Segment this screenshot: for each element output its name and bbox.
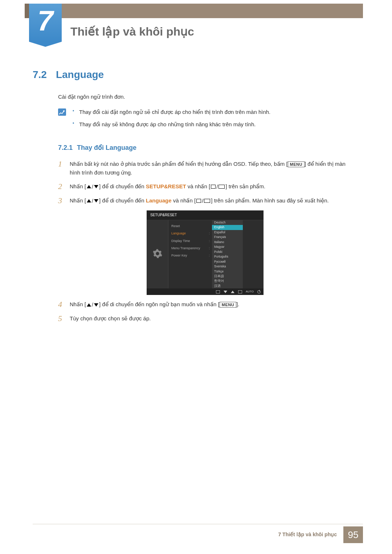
osd-left-menu: Reset Language: Display Time: Menu Trans… bbox=[168, 220, 212, 289]
text: Nhấn bất kỳ nút nào ở phía trước sản phẩ… bbox=[70, 161, 288, 167]
chapter-header: 7 Thiết lập và khôi phục bbox=[29, 4, 194, 42]
osd-window: SETUP&RESET Reset Language: Display Time… bbox=[147, 210, 264, 295]
left-arrow-icon bbox=[216, 290, 220, 294]
content-body: Cài đặt ngôn ngữ trình đơn. Thay đổi cài… bbox=[58, 93, 352, 328]
step-number: 3 bbox=[58, 197, 70, 205]
step-text: Nhấn [/] để di chuyển đến SETUP&RESET và… bbox=[70, 182, 352, 191]
osd-menu-item: Display Time: bbox=[171, 237, 212, 245]
footer-divider bbox=[33, 524, 363, 524]
subsection-heading: 7.2.1Thay đổi Language bbox=[58, 143, 352, 153]
svg-point-0 bbox=[63, 110, 65, 112]
step-number: 2 bbox=[58, 182, 70, 190]
steps-list-cont: 4 Nhấn [/] để di chuyển đến ngôn ngữ bạn… bbox=[58, 300, 352, 323]
text: ] trên sản phẩm. Màn hình sau đây sẽ xuấ… bbox=[211, 197, 328, 204]
text: ]. bbox=[236, 301, 239, 307]
osd-lang-item: Français bbox=[212, 235, 243, 239]
note-icon bbox=[58, 108, 66, 116]
text: và nhấn [ bbox=[172, 197, 196, 204]
gear-icon bbox=[152, 249, 163, 260]
chapter-number-tab: 7 bbox=[29, 4, 62, 42]
up-icon bbox=[231, 291, 234, 293]
subsection-number: 7.2.1 bbox=[58, 144, 73, 151]
page-number: 95 bbox=[343, 526, 363, 543]
text: Nhấn [ bbox=[70, 183, 86, 189]
step-text: Nhấn [/] để di chuyển đến Language và nh… bbox=[70, 196, 352, 205]
section-title: Language bbox=[56, 69, 104, 80]
osd-lang-item: Magyar bbox=[212, 245, 243, 249]
down-icon bbox=[224, 291, 227, 293]
note-item: Thay đổi này sẽ không được áp cho những … bbox=[73, 120, 270, 129]
osd-lang-item: Deutsch bbox=[212, 220, 243, 225]
osd-lang-item: Português bbox=[212, 254, 243, 259]
intro-text: Cài đặt ngôn ngữ trình đơn. bbox=[58, 93, 352, 101]
osd-footer: AUTO bbox=[147, 288, 264, 295]
osd-lang-item: 日本語 bbox=[212, 274, 243, 279]
osd-figure: SETUP&RESET Reset Language: Display Time… bbox=[147, 210, 264, 295]
step-text: Nhấn bất kỳ nút nào ở phía trước sản phẩ… bbox=[70, 160, 352, 177]
step-number: 4 bbox=[58, 300, 70, 308]
enter-icon bbox=[238, 290, 242, 294]
setup-reset-label: SETUP&RESET bbox=[146, 183, 186, 189]
osd-menu-item: Menu Transparency: bbox=[171, 245, 212, 252]
steps-list: 1 Nhấn bất kỳ nút nào ở phía trước sản p… bbox=[58, 160, 352, 205]
power-icon bbox=[257, 290, 261, 294]
osd-lang-item: 한국어 bbox=[212, 279, 243, 283]
osd-lang-item: Español bbox=[212, 230, 243, 235]
step-text: Tùy chọn được chọn sẽ được áp. bbox=[70, 314, 352, 323]
osd-lang-item: Svenska bbox=[212, 264, 243, 269]
step-text: Nhấn [/] để di chuyển đến ngôn ngữ bạn m… bbox=[70, 300, 352, 309]
section-heading: 7.2Language bbox=[33, 69, 104, 81]
note-block: Thay đổi cài đặt ngôn ngữ sẽ chỉ được áp… bbox=[58, 108, 352, 132]
osd-menu-item: Reset bbox=[171, 222, 212, 230]
step-3: 3 Nhấn [/] để di chuyển đến Language và … bbox=[58, 196, 352, 205]
step-2: 2 Nhấn [/] để di chuyển đến SETUP&RESET … bbox=[58, 182, 352, 191]
text: ] trên sản phẩm. bbox=[225, 183, 265, 189]
text: ] để di chuyển đến bbox=[99, 197, 146, 204]
osd-lang-item: Polski bbox=[212, 250, 243, 254]
note-item: Thay đổi cài đặt ngôn ngữ sẽ chỉ được áp… bbox=[73, 108, 270, 116]
osd-right-menu: Deutsch English Español Français Italian… bbox=[212, 220, 243, 289]
text: và nhấn [ bbox=[186, 183, 211, 189]
osd-menus: Reset Language: Display Time: Menu Trans… bbox=[168, 220, 264, 289]
text: ] để di chuyển đến ngôn ngữ bạn muốn và … bbox=[99, 301, 220, 307]
up-down-icon: / bbox=[87, 300, 98, 309]
osd-lang-item: Türkçe bbox=[212, 269, 243, 274]
language-label: Language bbox=[146, 197, 172, 204]
osd-menu-item: Power Key: bbox=[171, 252, 212, 259]
subsection-title: Thay đổi Language bbox=[77, 144, 136, 151]
text: Nhấn [ bbox=[70, 301, 86, 307]
up-down-icon: / bbox=[87, 182, 98, 191]
osd-icon-panel bbox=[147, 220, 168, 289]
note-list: Thay đổi cài đặt ngôn ngữ sẽ chỉ được áp… bbox=[73, 108, 270, 132]
osd-lang-item-highlighted: English bbox=[212, 225, 243, 230]
step-number: 1 bbox=[58, 160, 70, 168]
section-number: 7.2 bbox=[33, 69, 47, 80]
step-number: 5 bbox=[58, 315, 70, 323]
osd-title: SETUP&RESET bbox=[147, 210, 264, 220]
text: ] để di chuyển đến bbox=[99, 183, 146, 189]
osd-lang-item: 汉语 bbox=[212, 284, 243, 288]
page-footer: 7 Thiết lập và khôi phục 95 bbox=[278, 526, 363, 543]
step-4: 4 Nhấn [/] để di chuyển đến ngôn ngữ bạn… bbox=[58, 300, 352, 309]
manual-page: 7 Thiết lập và khôi phục 7.2Language Cài… bbox=[0, 0, 392, 554]
osd-lang-item: Italiano bbox=[212, 240, 243, 245]
osd-menu-item-selected: Language: bbox=[171, 230, 212, 237]
step-5: 5 Tùy chọn được chọn sẽ được áp. bbox=[58, 314, 352, 323]
osd-lang-item: Русский bbox=[212, 259, 243, 264]
rect-icons: / bbox=[211, 182, 225, 191]
auto-label: AUTO bbox=[246, 290, 254, 294]
step-1: 1 Nhấn bất kỳ nút nào ở phía trước sản p… bbox=[58, 160, 352, 177]
menu-key: MENU bbox=[288, 161, 305, 167]
osd-body: Reset Language: Display Time: Menu Trans… bbox=[147, 220, 264, 289]
chapter-title: Thiết lập và khôi phục bbox=[70, 25, 194, 38]
rect-icons: / bbox=[196, 197, 210, 205]
up-down-icon: / bbox=[87, 197, 98, 205]
footer-text: 7 Thiết lập và khôi phục bbox=[278, 526, 343, 543]
menu-key: MENU bbox=[220, 302, 236, 308]
text: Nhấn [ bbox=[70, 197, 86, 204]
